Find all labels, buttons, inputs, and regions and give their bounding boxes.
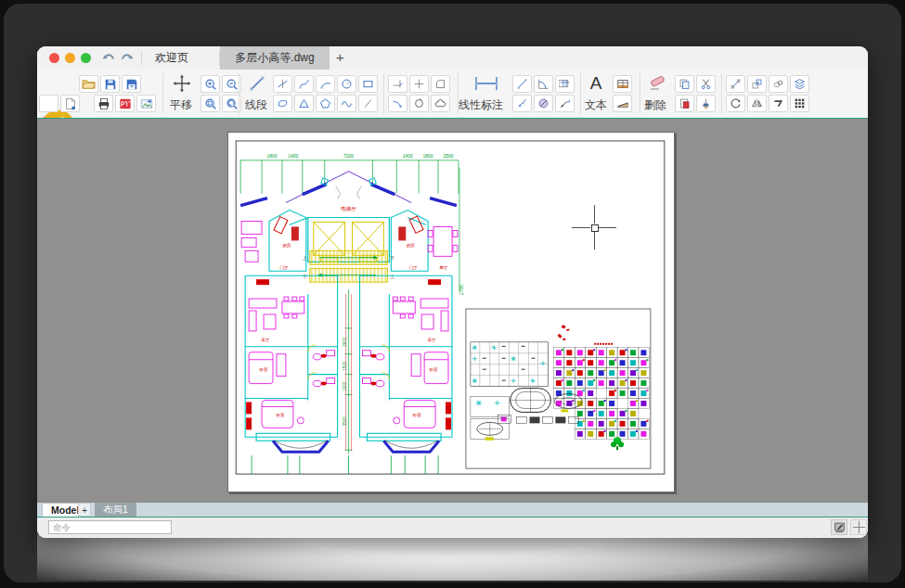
zoom-in-button[interactable]	[200, 75, 220, 93]
export-pdf-button[interactable]	[115, 95, 135, 112]
extend-button[interactable]	[409, 75, 429, 93]
close-window-button[interactable]	[49, 53, 59, 63]
join-button[interactable]	[726, 75, 745, 93]
diameter-dim-button[interactable]	[534, 95, 553, 112]
linear-dim-icon[interactable]	[468, 72, 505, 95]
save-button[interactable]	[100, 75, 120, 93]
drawing-canvas[interactable]: 1800 1400 7200 1400 1800 2500 2700	[37, 119, 868, 503]
cad-drawing: 1800 1400 7200 1400 1800 2500 2700	[228, 133, 674, 492]
revision-cloud-button[interactable]	[409, 95, 429, 112]
rotate-button[interactable]	[726, 95, 745, 112]
center-dimensions: 2600 1500 1900 3500	[343, 289, 353, 454]
arc-button[interactable]	[316, 75, 335, 93]
triangle-button[interactable]	[294, 95, 314, 112]
foyer-label: 门厅	[409, 265, 418, 270]
cloud-polygon-button[interactable]	[431, 95, 450, 112]
scale-button[interactable]	[747, 75, 767, 93]
dining-label: 餐厅	[440, 265, 448, 270]
undo-button[interactable]	[100, 50, 117, 67]
trim-button[interactable]	[388, 75, 407, 93]
svg-text:3500: 3500	[343, 416, 347, 427]
draw-group: 线段	[239, 70, 381, 118]
command-bar	[37, 518, 868, 538]
format-brush-button[interactable]	[696, 95, 716, 112]
pan-icon[interactable]	[169, 72, 195, 95]
eraser-icon[interactable]	[645, 73, 669, 94]
curve-button[interactable]	[388, 95, 407, 112]
segment-button[interactable]	[358, 95, 378, 112]
text-label[interactable]: 文本	[585, 97, 607, 113]
polygon-button[interactable]	[316, 95, 335, 112]
paste-button[interactable]	[675, 95, 694, 112]
kitchen-label: 厨房	[407, 243, 415, 248]
xline-button[interactable]	[273, 75, 292, 93]
circle-button[interactable]	[337, 75, 356, 93]
fillet-button[interactable]	[431, 75, 450, 93]
redo-button[interactable]	[119, 50, 136, 67]
stair-down-label: 下	[390, 256, 394, 261]
new-tab-button[interactable]: +	[336, 46, 344, 70]
spline-button[interactable]	[337, 95, 356, 112]
minimize-window-button[interactable]	[65, 53, 75, 63]
mirror-button[interactable]	[747, 95, 767, 112]
pan-label[interactable]: 平移	[170, 97, 192, 113]
layout-tab-bar: Model + 布局1	[37, 503, 868, 518]
angular-dim-button[interactable]	[534, 75, 553, 93]
pan-zoom-group: 平移	[163, 70, 236, 118]
break-button[interactable]	[769, 95, 788, 112]
array-button[interactable]	[790, 95, 809, 112]
print-button[interactable]	[94, 95, 113, 112]
svg-text:7200: 7200	[343, 154, 354, 159]
top-dimension-labels: 1800 1400 7200 1400 1800 2500	[266, 154, 453, 159]
rectangle-button[interactable]	[358, 75, 378, 93]
line-label[interactable]: 线段	[245, 97, 267, 113]
crosshair-toggle-icon[interactable]	[850, 519, 867, 535]
save-as-button[interactable]	[122, 75, 141, 93]
aligned-dim-button[interactable]	[512, 75, 532, 93]
new-file-button[interactable]	[60, 95, 80, 112]
site-plan	[466, 309, 651, 468]
transform-group	[722, 70, 815, 118]
right-vert-dim: 2700	[459, 285, 464, 295]
svg-text:卧室: 卧室	[413, 413, 421, 417]
cut-button[interactable]	[696, 75, 716, 93]
svg-text:1400: 1400	[288, 154, 298, 159]
app-window: 欢迎页 多层小高等.dwg +	[37, 46, 868, 538]
copy-button[interactable]	[675, 75, 694, 93]
continue-dim-button[interactable]	[555, 75, 575, 93]
maximize-window-button[interactable]	[81, 53, 91, 63]
stair-up-label: 上	[390, 274, 394, 279]
leader-dim-button[interactable]	[555, 95, 575, 112]
site-title-marks	[594, 343, 613, 345]
modify-group	[384, 70, 455, 118]
add-layout-button[interactable]: +	[78, 503, 91, 517]
command-input[interactable]	[48, 520, 172, 534]
linear-dim-label[interactable]: 线性标注	[459, 97, 503, 113]
svg-text:客厅: 客厅	[428, 338, 436, 342]
tab-document[interactable]: 多层小高等.dwg	[220, 46, 330, 70]
svg-text:客厅: 客厅	[262, 338, 270, 342]
delete-group: 删除	[640, 70, 718, 118]
titlebar: 欢迎页 多层小高等.dwg +	[37, 46, 868, 70]
svg-text:2500: 2500	[443, 154, 453, 159]
zoom-window-button[interactable]	[200, 95, 220, 112]
elevator-hall-label: 电梯厅	[341, 206, 356, 211]
line-tool-icon[interactable]	[245, 72, 269, 95]
wipeout-button[interactable]	[613, 95, 632, 112]
layers-button[interactable]	[790, 75, 809, 93]
roof	[240, 172, 457, 206]
window-glow	[37, 534, 868, 581]
radius-dim-button[interactable]	[512, 95, 532, 112]
open-file-button[interactable]	[79, 75, 98, 93]
ellipse-button[interactable]	[273, 95, 292, 112]
delete-label[interactable]: 删除	[644, 97, 666, 113]
offset-button[interactable]	[769, 75, 788, 93]
tab-layout1[interactable]: 布局1	[95, 503, 136, 517]
text-tool-icon[interactable]: A	[585, 71, 607, 96]
blank-button[interactable]	[39, 95, 58, 112]
annotate-screen-icon[interactable]	[831, 519, 847, 535]
polyline-button[interactable]	[294, 75, 314, 93]
export-image-button[interactable]	[136, 95, 156, 112]
table-button[interactable]	[613, 75, 632, 93]
balconies	[273, 441, 439, 452]
